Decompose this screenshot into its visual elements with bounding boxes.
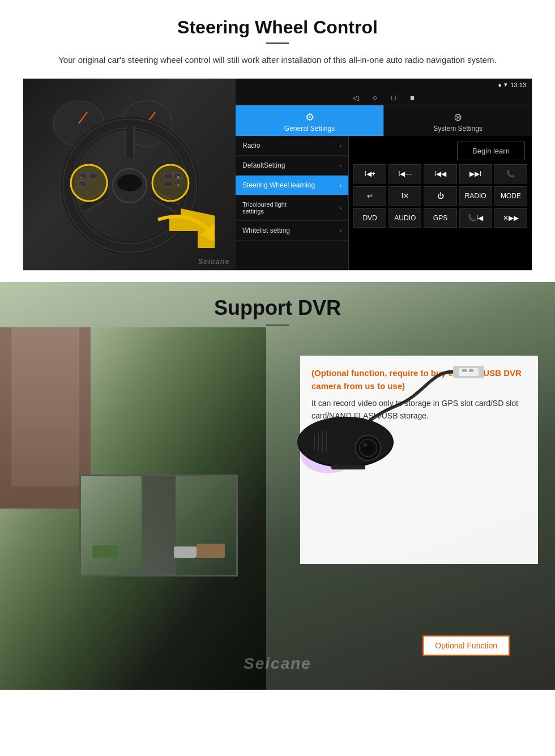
svg-text:⊕: ⊕ [177,176,180,179]
nav-bar: ◁ ○ □ ■ [236,91,532,105]
steering-composite: + - ⊕ ⊙ [23,78,532,271]
settings-tabs: ⚙ General Settings ⊛ System Settings [236,105,532,136]
menu-item-default[interactable]: DefaultSetting › [236,156,348,176]
ctrl-btn-call[interactable]: 📞 [494,164,527,183]
menu-default-arrow: › [340,163,341,169]
wifi-icon: ▾ [504,81,507,88]
building-2 [11,327,79,486]
menu-item-radio[interactable]: Radio › [236,136,348,156]
begin-learn-button[interactable]: Begin learn [457,142,525,160]
svg-point-15 [71,165,107,201]
status-time: 13:13 [510,82,526,88]
steering-photo: + - ⊕ ⊙ [23,79,236,270]
dvr-camera-svg [283,360,498,473]
ctrl-btn-hangup[interactable]: ↩ [353,186,386,206]
menu-tricoloured-label: Tricoloured lightsettings [242,201,287,215]
svg-point-43 [364,443,367,447]
dvr-preview-road [142,476,176,575]
ctrl-btn-call-next[interactable]: ✕▶▶ [494,208,527,228]
nav-menu-icon[interactable]: ■ [410,93,415,102]
ctrl-btn-dvd[interactable]: DVD [353,208,386,228]
controls-panel: Begin learn I◀+ I◀— I◀◀ ▶▶I 📞 ↩ I✕ ⏻ [349,136,532,270]
menu-default-label: DefaultSetting [242,161,285,169]
svg-rect-18 [89,173,98,179]
dvr-title-area: Support DVR [0,282,555,332]
ctrl-btn-prev[interactable]: I◀◀ [424,164,456,183]
menu-item-whitelist[interactable]: Whitelist setting › [236,221,348,241]
menu-steering-arrow: › [340,182,341,189]
tab-general-settings[interactable]: ⚙ General Settings [236,105,383,136]
dvr-divider [266,324,289,326]
menu-item-tricoloured[interactable]: Tricoloured lightsettings › [236,195,348,221]
steering-watermark: Seicane [198,257,230,266]
ctrl-btn-next[interactable]: ▶▶I [459,164,492,183]
svg-rect-31 [462,369,467,372]
menu-tricoloured-arrow: › [340,205,341,211]
preview-car-1 [197,544,225,558]
begin-learn-row: Begin learn [353,140,527,161]
tab-system-label: System Settings [433,125,483,133]
menu-item-steering-wheel[interactable]: Steering Wheel learning › [236,176,348,195]
android-ui: ♦ ▾ 13:13 ◁ ○ □ ■ ⚙ General Settings ⊛ S… [236,79,532,270]
ctrl-btn-call-prev[interactable]: 📞I◀ [459,208,492,228]
general-settings-icon: ⚙ [238,111,381,123]
nav-recent-icon[interactable]: □ [391,93,396,102]
svg-text:+: + [80,176,83,179]
ctrl-btn-gps[interactable]: GPS [424,208,456,228]
steering-wheel-svg: + - ⊕ ⊙ [45,95,215,254]
menu-whitelist-label: Whitelist setting [242,227,290,234]
svg-rect-44 [331,465,365,469]
dvr-title: Support DVR [23,296,532,320]
ctrl-btn-power[interactable]: ⏻ [424,186,456,206]
svg-point-14 [117,174,142,191]
svg-rect-32 [469,369,473,372]
nav-back-icon[interactable]: ◁ [353,93,358,102]
ctrl-row-3: DVD AUDIO GPS 📞I◀ ✕▶▶ [353,208,527,228]
seicane-watermark: Seicane [244,655,311,673]
title-divider [266,42,289,44]
ctrl-btn-audio[interactable]: AUDIO [388,208,421,228]
ctrl-btn-mute[interactable]: I✕ [388,186,421,206]
svg-text:-: - [80,183,82,187]
steering-section: Steering Wheel Control Your original car… [0,0,555,282]
ctrl-row-1: I◀+ I◀— I◀◀ ▶▶I 📞 [353,164,527,183]
tab-system-settings[interactable]: ⊛ System Settings [383,105,532,136]
svg-rect-23 [164,181,173,187]
steering-title: Steering Wheel Control [23,17,532,38]
menu-radio-arrow: › [340,143,341,149]
svg-text:⊙: ⊙ [177,183,180,187]
status-bar: ♦ ▾ 13:13 [236,79,532,91]
dvr-preview-thumbnail [79,475,238,576]
menu-radio-label: Radio [242,142,260,150]
steering-description: Your original car's steering wheel contr… [23,53,532,67]
ctrl-btn-radio[interactable]: RADIO [459,186,492,206]
dvr-camera-area [283,354,498,479]
dvr-section: Support DVR (Optional function, require … [0,282,555,690]
menu-whitelist-arrow: › [340,228,341,234]
ctrl-btn-vol-down[interactable]: I◀— [388,164,421,183]
menu-list: Radio › DefaultSetting › Steering Wheel … [236,136,349,270]
nav-home-icon[interactable]: ○ [373,93,377,102]
svg-rect-22 [164,173,173,179]
optional-function-badge[interactable]: Optional Function [422,635,510,656]
preview-car-2 [174,546,197,558]
svg-marker-28 [181,208,215,217]
ctrl-btn-vol-up[interactable]: I◀+ [353,164,386,183]
ctrl-row-2: ↩ I✕ ⏻ RADIO MODE [353,186,527,206]
dvr-info-card: (Optional function, require to buy exter… [300,356,538,564]
system-settings-icon: ⊛ [387,111,529,123]
signal-icon: ♦ [498,82,502,88]
ctrl-btn-mode[interactable]: MODE [494,186,527,206]
preview-car-3 [92,545,118,558]
menu-area: Radio › DefaultSetting › Steering Wheel … [236,136,532,270]
tab-general-label: General Settings [284,125,335,133]
menu-steering-label: Steering Wheel learning [242,181,315,189]
svg-rect-30 [459,368,479,376]
